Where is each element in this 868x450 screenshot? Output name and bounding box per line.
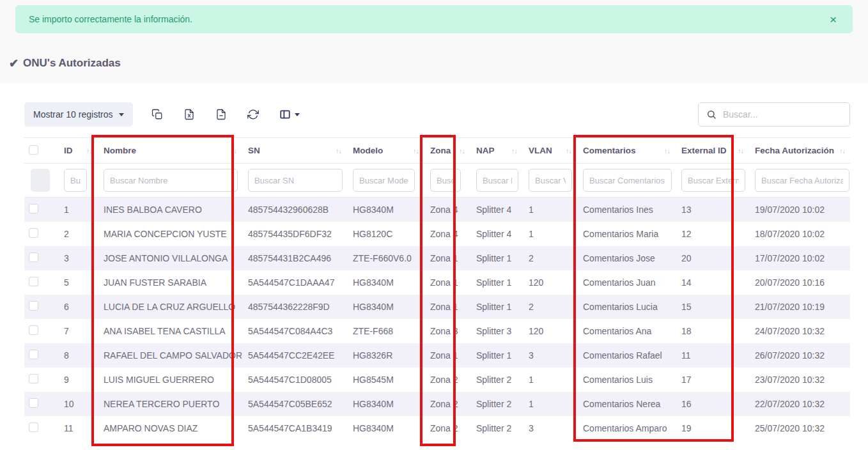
column-header-external_id[interactable]: External ID↑↓ xyxy=(675,138,748,164)
sort-icon[interactable]: ↑↓ xyxy=(839,147,845,155)
cell-comentarios: Comentarios Jose xyxy=(577,246,675,270)
cell-zona: Zona 2 xyxy=(424,368,470,392)
column-header-sn[interactable]: SN↑↓ xyxy=(242,138,346,164)
cell-fecha_autorizacion: 19/07/2020 10:02 xyxy=(748,198,850,222)
cell-comentarios: Comentarios Amparo xyxy=(577,416,675,440)
cell-vlan: 1 xyxy=(522,368,577,392)
cell-zona: Zona 3 xyxy=(424,319,470,343)
sort-icon[interactable]: ↑↓ xyxy=(231,147,236,155)
sort-icon[interactable]: ↑↓ xyxy=(566,147,571,155)
filter-input-sn[interactable] xyxy=(248,169,343,192)
filter-input-fecha_autorizacion[interactable] xyxy=(755,169,849,192)
cell-nap: Splitter 3 xyxy=(470,319,522,343)
cell-sn: 485754432960628B xyxy=(242,198,346,222)
refresh-icon xyxy=(247,109,259,120)
column-header-nombre[interactable]: Nombre↑↓ xyxy=(97,138,242,164)
column-header-zona[interactable]: Zona↑↓ xyxy=(424,138,470,164)
sort-icon[interactable]: ↑↓ xyxy=(336,147,341,155)
cell-nombre: MARIA CONCEPCION YUSTE xyxy=(97,222,242,246)
refresh-button[interactable] xyxy=(245,107,261,122)
cell-nap: Splitter 2 xyxy=(470,368,522,392)
row-select-cell xyxy=(24,270,58,295)
row-checkbox[interactable] xyxy=(29,252,38,262)
row-checkbox[interactable] xyxy=(29,374,38,384)
cell-vlan: 120 xyxy=(522,319,577,343)
cell-comentarios: Comentarios Lucia xyxy=(577,295,675,319)
cell-nap: Splitter 2 xyxy=(470,392,522,416)
cell-nombre: INES BALBOA CAVERO xyxy=(97,198,242,222)
cell-nombre: JUAN FUSTER SARABIA xyxy=(97,270,242,295)
filter-cell-comentarios xyxy=(577,164,675,198)
cell-fecha_autorizacion: 21/07/2020 10:19 xyxy=(748,295,850,319)
cell-sn: 4857544362228F9D xyxy=(242,295,346,319)
cell-modelo: ZTE-F660V6.0 xyxy=(346,246,424,270)
filter-input-zona[interactable] xyxy=(430,169,461,192)
column-header-nap[interactable]: NAP↑↓ xyxy=(470,138,522,164)
row-checkbox[interactable] xyxy=(29,204,38,213)
row-select-cell xyxy=(24,295,58,319)
column-header-id[interactable]: ID↑↓ xyxy=(58,138,97,164)
row-select-cell xyxy=(24,416,58,440)
filter-input-comentarios[interactable] xyxy=(583,169,672,192)
filter-input-nap[interactable] xyxy=(476,169,518,192)
show-entries-dropdown[interactable]: Mostrar 10 registros xyxy=(24,102,133,127)
sort-icon[interactable]: ↑↓ xyxy=(86,147,92,155)
row-checkbox[interactable] xyxy=(29,301,38,311)
export-file-button[interactable] xyxy=(213,107,229,122)
copy-button[interactable] xyxy=(150,107,165,122)
global-search[interactable] xyxy=(698,102,850,127)
cell-sn: 5A544547CA1B3419 xyxy=(242,416,346,440)
columns-icon xyxy=(279,109,291,120)
cell-fecha_autorizacion: 20/07/2020 10:16 xyxy=(748,270,850,295)
filter-input-external_id[interactable] xyxy=(681,169,745,192)
row-checkbox[interactable] xyxy=(29,350,38,359)
filter-input-modelo[interactable] xyxy=(353,169,415,192)
row-checkbox[interactable] xyxy=(29,325,38,335)
cell-fecha_autorizacion: 18/07/2020 10:02 xyxy=(748,222,850,246)
sort-icon[interactable]: ↑↓ xyxy=(664,147,670,155)
cell-sn: 5A544547C1DAAA47 xyxy=(242,270,346,295)
cell-comentarios: Comentarios Luis xyxy=(577,368,675,392)
row-checkbox[interactable] xyxy=(29,228,38,238)
cell-id: 9 xyxy=(58,368,97,392)
column-header-modelo[interactable]: Modelo↑↓ xyxy=(346,138,424,164)
show-entries-label: Mostrar 10 registros xyxy=(33,109,112,120)
cell-vlan: 1 xyxy=(522,392,577,416)
cell-fecha_autorizacion: 24/07/2020 10:32 xyxy=(748,319,850,343)
cell-modelo: HG8340M xyxy=(346,270,424,295)
filter-input-nombre[interactable] xyxy=(104,169,238,192)
sort-icon[interactable]: ↑↓ xyxy=(738,147,743,155)
filter-input-vlan[interactable] xyxy=(529,169,572,192)
cell-comentarios: Comentarios Nerea xyxy=(577,392,675,416)
column-header-vlan[interactable]: VLAN↑↓ xyxy=(522,138,577,164)
column-header-fecha_autorizacion[interactable]: Fecha Autorización↑↓ xyxy=(748,138,850,164)
column-label: Modelo xyxy=(353,146,383,155)
filter-input-id[interactable] xyxy=(64,169,87,192)
cell-sn: 5A544547CC2E42EE xyxy=(242,343,346,368)
cell-external_id: 20 xyxy=(675,246,748,270)
columns-visibility-button[interactable] xyxy=(277,107,302,122)
cell-nombre: JOSE ANTONIO VILLALONGA xyxy=(97,246,242,270)
cell-external_id: 19 xyxy=(675,416,748,440)
search-input[interactable] xyxy=(723,109,842,120)
page-title-text: ONU's Autorizadas xyxy=(23,57,121,70)
alert-close-button[interactable]: × xyxy=(827,12,839,27)
datatable-card: Mostrar 10 registros xyxy=(0,83,868,450)
table-row: 10NEREA TERCERO PUERTO5A544547C05BE652HG… xyxy=(24,392,850,416)
cell-nombre: AMPARO NOVAS DIAZ xyxy=(97,416,242,440)
row-checkbox[interactable] xyxy=(29,398,38,408)
sort-icon[interactable]: ↑↓ xyxy=(511,147,517,155)
cell-comentarios: Comentarios Ines xyxy=(577,198,675,222)
select-all-checkbox[interactable] xyxy=(29,145,38,155)
filter-blank-cell xyxy=(24,164,58,198)
cell-modelo: HG8340M xyxy=(346,198,424,222)
column-header-comentarios[interactable]: Comentarios↑↓ xyxy=(577,138,675,164)
sort-icon[interactable]: ↑↓ xyxy=(413,147,419,155)
cell-modelo: HG8340M xyxy=(346,416,424,440)
cell-comentarios: Comentarios Juan xyxy=(577,270,675,295)
filter-cell-modelo xyxy=(346,164,424,198)
row-checkbox[interactable] xyxy=(29,423,38,432)
sort-icon[interactable]: ↑↓ xyxy=(459,147,465,155)
row-checkbox[interactable] xyxy=(29,277,38,286)
export-excel-button[interactable] xyxy=(182,107,197,122)
